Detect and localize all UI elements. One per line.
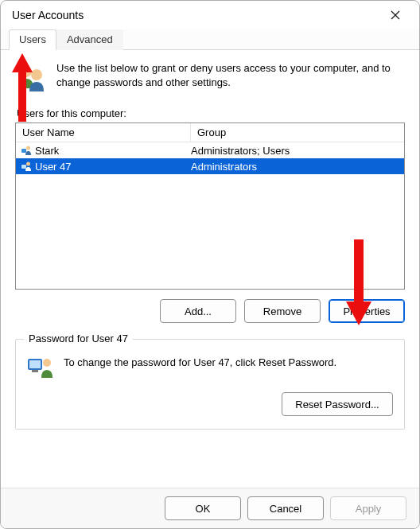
properties-button[interactable]: Properties [329,299,405,323]
tab-advanced[interactable]: Advanced [56,29,123,50]
user-row-icon [21,145,32,156]
dialog-bottom-bar: OK Cancel Apply [1,488,419,528]
svg-point-11 [43,359,51,367]
user-row-icon [21,161,32,172]
close-icon [391,10,400,20]
cell-username: User 47 [35,161,72,173]
svg-point-2 [21,66,32,77]
intro-text: Use the list below to grant or deny user… [56,61,405,93]
svg-rect-7 [21,165,26,169]
cancel-button[interactable]: Cancel [247,496,324,520]
apply-button: Apply [330,496,406,520]
reset-password-button[interactable]: Reset Password... [282,392,393,416]
table-row[interactable]: User 47 Administrators [16,158,404,174]
content-area: Use the list below to grant or deny user… [1,50,419,438]
users-for-computer-label: Users for this computer: [17,107,405,119]
table-header: User Name Group [16,123,404,142]
password-groupbox: Password for User 47 To change the passw… [15,339,405,430]
users-large-icon [15,61,47,93]
cell-group: Administrators [191,161,399,173]
close-button[interactable] [378,3,413,27]
column-username[interactable]: User Name [16,123,191,142]
password-legend: Password for User 47 [24,333,133,344]
title-bar: User Accounts [1,1,419,29]
remove-button[interactable]: Remove [244,299,321,323]
svg-rect-9 [29,360,41,368]
svg-point-3 [31,69,42,80]
intro-row: Use the list below to grant or deny user… [15,61,405,93]
tab-users[interactable]: Users [9,29,56,50]
password-text: To change the password for User 47, clic… [64,356,336,370]
tab-strip: Users Advanced [1,29,419,50]
monitor-user-icon [27,356,54,379]
user-buttons-row: Add... Remove Properties [15,299,405,323]
svg-rect-10 [32,370,38,372]
users-table[interactable]: User Name Group Stark Administrators; Us… [15,123,405,290]
svg-point-4 [26,146,30,150]
cell-username: Stark [35,145,59,157]
ok-button[interactable]: OK [165,496,241,520]
table-row[interactable]: Stark Administrators; Users [16,142,404,158]
cell-group: Administrators; Users [191,145,399,157]
svg-rect-5 [21,149,26,153]
window-title: User Accounts [12,9,84,21]
svg-point-6 [26,162,30,166]
column-group[interactable]: Group [191,123,404,142]
add-button[interactable]: Add... [160,299,236,323]
